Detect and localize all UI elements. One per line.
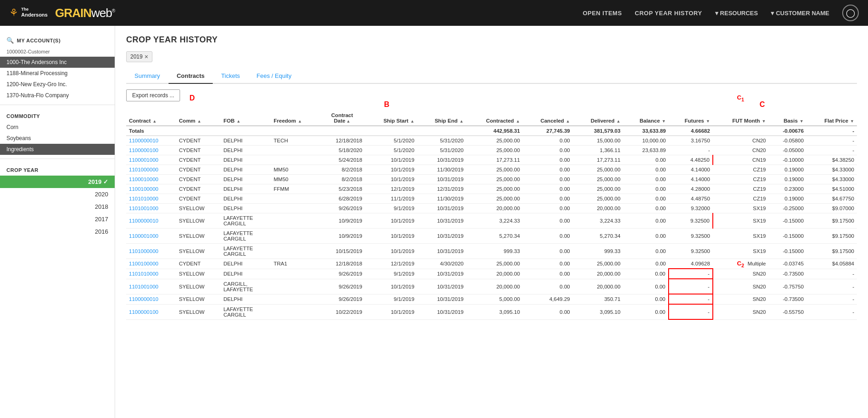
user-icon[interactable]: ◯ xyxy=(842,5,859,21)
col-fob[interactable]: FOB▲ xyxy=(221,111,271,126)
contract-link[interactable]: 1100000100 xyxy=(126,146,176,155)
flat-price: - xyxy=(806,279,857,294)
contract-link[interactable]: 1101010000 xyxy=(126,194,176,204)
contract-link[interactable]: 1101000000 xyxy=(126,165,176,175)
col-comm[interactable]: Comm▲ xyxy=(176,111,221,126)
nav-resources-dropdown[interactable]: ▾ RESOURCES xyxy=(715,10,758,17)
contracted: 20,000.00 xyxy=(466,269,523,279)
ship-end: 10/31/2019 xyxy=(417,229,466,244)
col-balance[interactable]: Balance▼ xyxy=(623,111,669,126)
basis: -0.05800 xyxy=(769,136,806,146)
contract-link[interactable]: 1101001000 xyxy=(126,204,176,213)
futures: 9.32500 xyxy=(669,229,713,244)
fut-month: CN19 xyxy=(713,155,769,165)
crop-year-section: Crop Year xyxy=(0,163,115,176)
tab-summary[interactable]: Summary xyxy=(126,69,169,84)
col-canceled[interactable]: Canceled▲ xyxy=(523,111,573,126)
nav-customer-dropdown[interactable]: ▾ CUSTOMER NAME xyxy=(771,10,829,17)
col-delivered[interactable]: Delivered▲ xyxy=(573,111,623,126)
contract-link[interactable]: 1101001000 xyxy=(126,279,176,294)
filter-tags: 2019 × xyxy=(126,51,857,62)
contract-link[interactable]: 1100100000 xyxy=(126,184,176,194)
basis: -0.55750 xyxy=(769,304,806,319)
filter-tag-2019[interactable]: 2019 × xyxy=(126,51,152,62)
contract-date: 9/26/2019 xyxy=(319,204,365,213)
balance: 0.00 xyxy=(623,229,669,244)
commodity-corn[interactable]: Corn xyxy=(0,122,115,133)
freedom xyxy=(271,279,319,294)
basis: -0.73500 xyxy=(769,269,806,279)
account-item-3[interactable]: 1370-Nutra-Flo Company xyxy=(0,90,115,101)
fob: LAFAYETTE CARGILL xyxy=(221,213,271,229)
contract-date: 8/2/2018 xyxy=(319,175,365,184)
delivered: 350.71 xyxy=(573,294,623,304)
ship-end: 10/31/2019 xyxy=(417,244,466,259)
basis: -0.15000 xyxy=(769,244,806,259)
contract-link[interactable]: 1101000000 xyxy=(126,244,176,259)
col-contract-date[interactable]: Contract Date▲ xyxy=(319,111,365,126)
comm: CYDENT xyxy=(176,136,221,146)
ship-end: 10/31/2019 xyxy=(417,304,466,319)
flat-price: $4.38250 xyxy=(806,155,857,165)
flat-price: $9.17500 xyxy=(806,213,857,229)
commodity-soybeans[interactable]: Soybeans xyxy=(0,133,115,144)
search-icon: 🔍 xyxy=(6,37,14,44)
contract-link[interactable]: 1100000010 xyxy=(126,136,176,146)
col-contracted[interactable]: Contracted▲ xyxy=(466,111,523,126)
contracted: 17,273.11 xyxy=(466,155,523,165)
contracts-table: Contract▲ Comm▲ FOB▲ Freedom▲ xyxy=(126,111,857,320)
table-row: 1100000100 CYDENT DELPHI 5/18/2020 5/1/2… xyxy=(126,146,857,155)
flat-price: - xyxy=(806,269,857,279)
canceled: 0.00 xyxy=(523,269,573,279)
futures: 4.14000 xyxy=(669,175,713,184)
basis: -0.75750 xyxy=(769,279,806,294)
col-basis[interactable]: Basis▼ xyxy=(769,111,806,126)
col-freedom[interactable]: Freedom▲ xyxy=(271,111,319,126)
filter-tag-remove[interactable]: × xyxy=(145,53,148,60)
account-item-0[interactable]: 1000-The Andersons Inc xyxy=(0,57,115,68)
contract-link[interactable]: 1100000100 xyxy=(126,304,176,319)
export-records-button[interactable]: Export records ... xyxy=(126,89,180,101)
nav-open-items[interactable]: OPEN ITEMS xyxy=(583,10,622,17)
tab-tickets[interactable]: Tickets xyxy=(213,69,248,84)
contract-link[interactable]: 1101010000 xyxy=(126,269,176,279)
account-item-2[interactable]: 1200-New Eezy-Gro Inc. xyxy=(0,79,115,90)
nav-crop-year-history[interactable]: CROP YEAR HISTORY xyxy=(635,10,702,17)
fut-month: CN20 xyxy=(713,136,769,146)
balance: 0.00 xyxy=(623,259,669,269)
sidebar: 🔍 My Account(s) 1000002-Customer 1000-Th… xyxy=(0,26,115,418)
contract-link[interactable]: 1100000010 xyxy=(126,213,176,229)
table-row: 1101000000 CYDENT DELPHI MM50 8/2/2018 1… xyxy=(126,165,857,175)
contract-link[interactable]: 1100010000 xyxy=(126,175,176,184)
col-contract[interactable]: Contract▲ xyxy=(126,111,176,126)
canceled: 0.00 xyxy=(523,259,573,269)
col-fut-month[interactable]: FUT Month▼ xyxy=(713,111,769,126)
col-ship-start[interactable]: Ship Start▲ xyxy=(365,111,417,126)
contract-link[interactable]: 1100000010 xyxy=(126,294,176,304)
crop-year-2016[interactable]: 2016 xyxy=(0,225,115,238)
col-futures[interactable]: Futures▼ xyxy=(669,111,713,126)
account-item-1[interactable]: 1188-Mineral Processing xyxy=(0,68,115,79)
delivered: 3,224.33 xyxy=(573,213,623,229)
contract-link[interactable]: 1100001000 xyxy=(126,155,176,165)
commodity-ingredients[interactable]: Ingredients xyxy=(0,144,115,155)
contracted: 20,000.00 xyxy=(466,279,523,294)
contract-link[interactable]: 1100100000 xyxy=(126,259,176,269)
crop-year-2019[interactable]: 2019 ✓ xyxy=(0,176,115,188)
crop-year-2018[interactable]: 2018 xyxy=(0,200,115,213)
futures: 4.09628 xyxy=(669,259,713,269)
futures: - xyxy=(669,279,713,294)
contract-link[interactable]: 1100001000 xyxy=(126,229,176,244)
crop-year-2017[interactable]: 2017 xyxy=(0,213,115,225)
fut-month: SX19 xyxy=(713,204,769,213)
crop-year-2020[interactable]: 2020 xyxy=(0,188,115,200)
col-flat-price[interactable]: Flat Price▼ xyxy=(806,111,857,126)
tab-fees-equity[interactable]: Fees / Equity xyxy=(248,69,300,84)
col-ship-end[interactable]: Ship End▲ xyxy=(417,111,466,126)
andersons-name: The Andersons xyxy=(21,7,47,18)
delivered: 15,000.00 xyxy=(573,136,623,146)
basis: 0.23000 xyxy=(769,184,806,194)
tab-contracts[interactable]: Contracts xyxy=(169,69,213,84)
balance: 0.00 xyxy=(623,194,669,204)
flat-price: $4.51000 xyxy=(806,184,857,194)
